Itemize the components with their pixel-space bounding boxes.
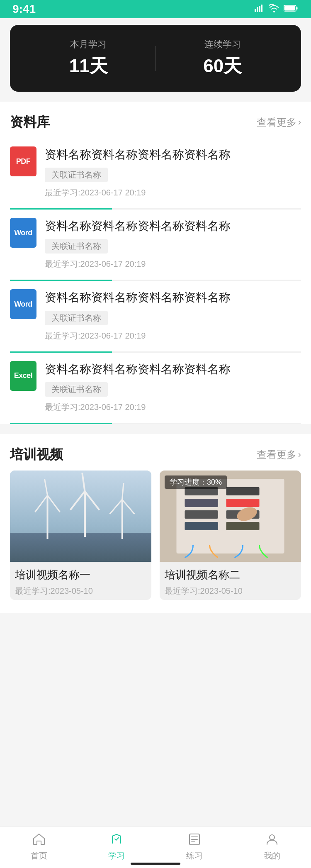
svg-rect-6 (296, 7, 298, 10)
hero-monthly-label: 本月学习 (30, 38, 147, 51)
resource-progress-bar-3 (10, 423, 301, 424)
resource-progress-bar-1 (10, 280, 301, 281)
practice-icon (186, 831, 203, 848)
resource-tag-0: 关联证书名称 (45, 168, 108, 182)
wifi-icon (269, 4, 279, 14)
nav-item-practice[interactable]: 练习 (156, 831, 233, 861)
nav-study-label: 学习 (108, 850, 125, 861)
file-icon-0: PDF (10, 146, 36, 176)
resource-progress-bar-0 (10, 208, 301, 210)
svg-rect-3 (261, 5, 262, 12)
nav-item-home[interactable]: 首页 (0, 831, 78, 861)
svg-point-33 (270, 835, 275, 840)
resource-section-title: 资料库 (10, 113, 50, 132)
svg-rect-5 (284, 6, 295, 11)
resource-name-3: 资料名称资料名称资料名称资料名称 (45, 361, 301, 377)
svg-rect-1 (257, 7, 258, 12)
svg-rect-0 (255, 9, 256, 12)
file-icon-2: Word (10, 289, 36, 319)
home-indicator (131, 863, 180, 865)
hero-monthly-value: 11天 (30, 54, 147, 78)
status-time: 9:41 (12, 2, 36, 16)
video-thumb-0: 学习进度：30% (10, 471, 151, 562)
resource-date-0: 最近学习:2023-06-17 20:19 (45, 187, 301, 198)
resource-progress-bar-2 (10, 351, 301, 353)
video-card-0[interactable]: 学习进度：30% (10, 471, 151, 600)
resource-name-0: 资料名称资料名称资料名称资料名称 (45, 146, 301, 163)
status-icons (255, 4, 299, 14)
resource-progress-fill-2 (10, 351, 112, 353)
resource-item-2[interactable]: Word 资料名称资料名称资料名称资料名称 关联证书名称 最近学习:2023-0… (10, 281, 301, 352)
hero-divider (156, 46, 156, 71)
file-type-label-1: Word (14, 229, 32, 237)
hero-banner: 本月学习 11天 连续学习 60天 (10, 25, 301, 92)
hero-continuous-stat: 连续学习 60天 (164, 38, 282, 78)
videos-more-chevron-icon: › (298, 449, 301, 460)
signal-icon (255, 5, 265, 14)
hero-continuous-value: 60天 (164, 54, 282, 78)
resource-content-2: 资料名称资料名称资料名称资料名称 关联证书名称 最近学习:2023-06-17 … (45, 289, 301, 346)
videos-section-header: 培训视频 查看更多 › (10, 434, 301, 471)
battery-icon (284, 5, 299, 14)
resource-name-1: 资料名称资料名称资料名称资料名称 (45, 218, 301, 234)
svg-rect-8 (10, 533, 151, 562)
resource-section: 资料库 查看更多 › PDF 资料名称资料名称资料名称资料名称 关联证书名称 最… (0, 102, 311, 424)
svg-rect-29 (185, 522, 218, 530)
video-info-1: 培训视频名称二 最近学习:2023-05-10 (160, 562, 301, 600)
resource-item-3[interactable]: Excel 资料名称资料名称资料名称资料名称 关联证书名称 最近学习:2023-… (10, 353, 301, 424)
resource-main-0: PDF 资料名称资料名称资料名称资料名称 关联证书名称 最近学习:2023-06… (10, 146, 301, 203)
nav-practice-label: 练习 (186, 850, 203, 861)
resource-date-1: 最近学习:2023-06-17 20:19 (45, 258, 301, 270)
svg-rect-25 (185, 499, 218, 507)
resource-progress-fill-3 (10, 423, 112, 424)
videos-more-button[interactable]: 查看更多 › (257, 448, 301, 461)
resource-more-chevron-icon: › (298, 117, 301, 128)
bottom-nav: 首页 学习 练习 我的 (0, 827, 311, 868)
profile-icon (264, 831, 280, 848)
resource-content-1: 资料名称资料名称资料名称资料名称 关联证书名称 最近学习:2023-06-17 … (45, 218, 301, 275)
home-icon (31, 831, 47, 848)
resource-date-3: 最近学习:2023-06-17 20:19 (45, 402, 301, 413)
resource-main-1: Word 资料名称资料名称资料名称资料名称 关联证书名称 最近学习:2023-0… (10, 218, 301, 275)
video-date-0: 最近学习:2023-05-10 (15, 585, 146, 597)
file-type-label-2: Word (14, 300, 32, 309)
resource-content-0: 资料名称资料名称资料名称资料名称 关联证书名称 最近学习:2023-06-17 … (45, 146, 301, 203)
resource-name-2: 资料名称资料名称资料名称资料名称 (45, 289, 301, 305)
resource-main-3: Excel 资料名称资料名称资料名称资料名称 关联证书名称 最近学习:2023-… (10, 361, 301, 418)
resource-main-2: Word 资料名称资料名称资料名称资料名称 关联证书名称 最近学习:2023-0… (10, 289, 301, 346)
video-thumb-1: 学习进度：30% (160, 471, 301, 562)
resource-item-1[interactable]: Word 资料名称资料名称资料名称资料名称 关联证书名称 最近学习:2023-0… (10, 210, 301, 281)
resource-section-header: 资料库 查看更多 › (10, 102, 301, 138)
hero-monthly-stat: 本月学习 11天 (30, 38, 147, 78)
status-bar: 9:41 (0, 0, 311, 18)
file-type-label-0: PDF (16, 157, 31, 166)
hero-continuous-label: 连续学习 (164, 38, 282, 51)
resource-date-2: 最近学习:2023-06-17 20:19 (45, 330, 301, 341)
svg-rect-26 (226, 499, 260, 507)
video-info-0: 培训视频名称一 最近学习:2023-05-10 (10, 562, 151, 600)
file-icon-3: Excel (10, 361, 36, 391)
resource-progress-fill-1 (10, 280, 112, 281)
svg-rect-30 (226, 522, 260, 530)
resource-progress-fill-0 (10, 208, 112, 210)
resource-tag-3: 关联证书名称 (45, 382, 108, 397)
nav-item-profile[interactable]: 我的 (233, 831, 311, 861)
video-progress-badge-1: 学习进度：30% (165, 475, 227, 489)
resource-item-0[interactable]: PDF 资料名称资料名称资料名称资料名称 关联证书名称 最近学习:2023-06… (10, 138, 301, 210)
nav-profile-label: 我的 (264, 850, 280, 861)
videos-section-title: 培训视频 (10, 446, 63, 464)
videos-section: 培训视频 查看更多 › 学习进度：30% (0, 434, 311, 613)
svg-rect-27 (185, 510, 218, 519)
resource-more-button[interactable]: 查看更多 › (257, 116, 301, 129)
video-card-1[interactable]: 学习进度：30% (160, 471, 301, 600)
nav-item-study[interactable]: 学习 (78, 831, 156, 861)
video-title-1: 培训视频名称二 (165, 568, 296, 582)
resource-tag-1: 关联证书名称 (45, 239, 108, 254)
svg-rect-24 (226, 487, 260, 495)
resource-list: PDF 资料名称资料名称资料名称资料名称 关联证书名称 最近学习:2023-06… (10, 138, 301, 424)
study-icon (108, 831, 125, 848)
svg-rect-2 (259, 6, 260, 12)
resource-tag-2: 关联证书名称 (45, 311, 108, 325)
file-icon-1: Word (10, 218, 36, 248)
videos-grid: 学习进度：30% (10, 471, 301, 600)
